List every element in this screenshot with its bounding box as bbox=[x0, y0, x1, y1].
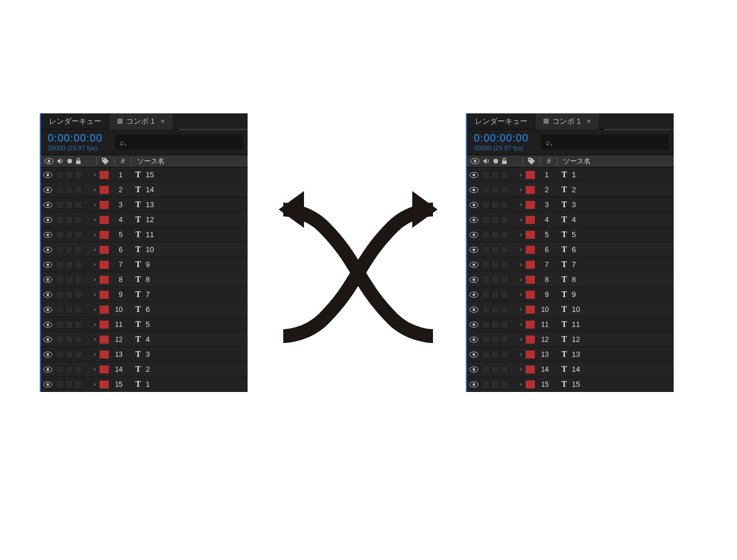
layer-row[interactable]: ›9T9 bbox=[467, 287, 674, 302]
visibility-toggle[interactable] bbox=[467, 321, 481, 328]
visibility-toggle[interactable] bbox=[41, 231, 55, 238]
switch-group[interactable] bbox=[481, 336, 516, 344]
layer-row[interactable]: ›7T9 bbox=[41, 257, 248, 272]
label-color[interactable] bbox=[526, 231, 535, 239]
twirl-icon[interactable]: › bbox=[90, 381, 100, 387]
layer-row[interactable]: ›11T11 bbox=[467, 317, 674, 332]
switch-group[interactable] bbox=[55, 171, 90, 179]
twirl-icon[interactable]: › bbox=[516, 231, 526, 238]
switch-group[interactable] bbox=[55, 291, 90, 299]
layer-row[interactable]: ›4T4 bbox=[467, 212, 674, 227]
switch-group[interactable] bbox=[481, 321, 516, 329]
column-source-name[interactable]: ソース名 bbox=[131, 157, 165, 166]
layer-row[interactable]: ›10T6 bbox=[41, 302, 248, 317]
layer-name[interactable]: 10 bbox=[143, 245, 154, 254]
visibility-toggle[interactable] bbox=[41, 366, 55, 373]
tab-comp[interactable]: コンポ 1 × bbox=[109, 113, 173, 129]
label-color[interactable] bbox=[100, 336, 109, 344]
layer-row[interactable]: ›14T14 bbox=[467, 362, 674, 377]
twirl-icon[interactable]: › bbox=[516, 306, 526, 313]
layer-row[interactable]: ›15T1 bbox=[41, 377, 248, 392]
layer-name[interactable]: 11 bbox=[143, 230, 154, 239]
twirl-icon[interactable]: › bbox=[516, 351, 526, 357]
layer-row[interactable]: ›8T8 bbox=[41, 272, 248, 287]
label-color[interactable] bbox=[526, 336, 535, 344]
layer-row[interactable]: ›6T6 bbox=[467, 242, 674, 257]
switch-group[interactable] bbox=[55, 380, 90, 388]
label-color[interactable] bbox=[526, 291, 535, 299]
label-color[interactable] bbox=[100, 321, 109, 329]
layer-row[interactable]: ›4T12 bbox=[41, 212, 248, 227]
layer-name[interactable]: 13 bbox=[143, 200, 154, 209]
switch-group[interactable] bbox=[481, 365, 516, 374]
twirl-icon[interactable]: › bbox=[516, 336, 526, 342]
twirl-icon[interactable]: › bbox=[90, 336, 100, 342]
layer-row[interactable]: ›11T5 bbox=[41, 317, 248, 332]
search-input[interactable]: ⌕, bbox=[115, 135, 243, 150]
layer-name[interactable]: 14 bbox=[569, 365, 580, 374]
layer-name[interactable]: 2 bbox=[143, 365, 150, 374]
visibility-toggle[interactable] bbox=[41, 351, 55, 358]
layer-row[interactable]: ›2T14 bbox=[41, 182, 248, 197]
layer-row[interactable]: ›3T3 bbox=[467, 197, 674, 212]
layer-row[interactable]: ›9T7 bbox=[41, 287, 248, 302]
label-color[interactable] bbox=[100, 231, 109, 239]
switch-group[interactable] bbox=[55, 201, 90, 209]
visibility-toggle[interactable] bbox=[41, 381, 55, 388]
twirl-icon[interactable]: › bbox=[516, 366, 526, 372]
label-color[interactable] bbox=[526, 186, 535, 194]
visibility-toggle[interactable] bbox=[467, 306, 481, 313]
switch-group[interactable] bbox=[481, 186, 516, 194]
twirl-icon[interactable]: › bbox=[90, 276, 100, 283]
twirl-icon[interactable]: › bbox=[90, 186, 100, 193]
label-color[interactable] bbox=[100, 246, 109, 254]
layer-row[interactable]: ›1T1 bbox=[467, 167, 674, 182]
visibility-toggle[interactable] bbox=[467, 291, 481, 298]
label-color[interactable] bbox=[526, 306, 535, 314]
layer-name[interactable]: 10 bbox=[569, 305, 580, 314]
layer-row[interactable]: ›13T3 bbox=[41, 347, 248, 362]
layer-name[interactable]: 12 bbox=[143, 215, 154, 224]
layer-row[interactable]: ›1T15 bbox=[41, 167, 248, 182]
label-color[interactable] bbox=[100, 276, 109, 284]
twirl-icon[interactable]: › bbox=[516, 216, 526, 223]
layer-name[interactable]: 2 bbox=[569, 185, 576, 194]
layer-row[interactable]: ›10T10 bbox=[467, 302, 674, 317]
label-color[interactable] bbox=[100, 380, 109, 388]
switch-group[interactable] bbox=[55, 276, 90, 284]
label-color[interactable] bbox=[100, 171, 109, 179]
visibility-toggle[interactable] bbox=[467, 201, 481, 208]
switch-group[interactable] bbox=[55, 306, 90, 314]
switch-group[interactable] bbox=[55, 246, 90, 254]
visibility-toggle[interactable] bbox=[41, 321, 55, 328]
twirl-icon[interactable]: › bbox=[90, 246, 100, 253]
visibility-toggle[interactable] bbox=[467, 231, 481, 238]
switch-group[interactable] bbox=[55, 261, 90, 269]
label-color[interactable] bbox=[100, 261, 109, 269]
layer-name[interactable]: 12 bbox=[569, 335, 580, 344]
layer-name[interactable]: 15 bbox=[143, 170, 154, 179]
twirl-icon[interactable]: › bbox=[90, 201, 100, 208]
label-color[interactable] bbox=[526, 321, 535, 329]
switch-group[interactable] bbox=[55, 336, 90, 344]
timecode[interactable]: 0:00:00:00 bbox=[48, 133, 102, 144]
layer-name[interactable]: 8 bbox=[143, 275, 150, 284]
switch-group[interactable] bbox=[55, 321, 90, 329]
visibility-toggle[interactable] bbox=[467, 351, 481, 358]
layer-name[interactable]: 15 bbox=[569, 380, 580, 388]
label-color[interactable] bbox=[100, 306, 109, 314]
layer-row[interactable]: ›14T2 bbox=[41, 362, 248, 377]
layer-name[interactable]: 4 bbox=[143, 335, 150, 344]
twirl-icon[interactable]: › bbox=[516, 201, 526, 208]
visibility-toggle[interactable] bbox=[467, 172, 481, 178]
label-color[interactable] bbox=[526, 351, 535, 359]
tab-render-queue[interactable]: レンダーキュー bbox=[467, 113, 535, 129]
switch-group[interactable] bbox=[481, 171, 516, 179]
visibility-toggle[interactable] bbox=[467, 246, 481, 253]
switch-group[interactable] bbox=[55, 186, 90, 194]
visibility-toggle[interactable] bbox=[467, 366, 481, 373]
twirl-icon[interactable]: › bbox=[516, 321, 526, 327]
visibility-toggle[interactable] bbox=[41, 246, 55, 253]
visibility-toggle[interactable] bbox=[467, 216, 481, 223]
switch-group[interactable] bbox=[481, 246, 516, 254]
